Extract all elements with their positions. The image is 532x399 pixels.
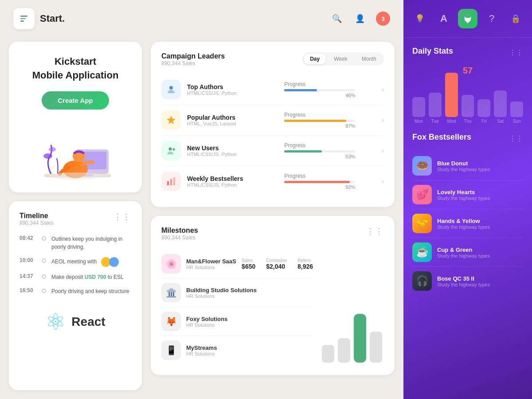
tl-text: Poorly driving and keep structure bbox=[51, 287, 129, 295]
timeline-item: 08:42 Outlines keep you indulging in poo… bbox=[20, 235, 131, 251]
header-left: Start. bbox=[13, 8, 65, 29]
prog-label: Progress bbox=[284, 112, 375, 118]
sidebar-nav-a[interactable]: A bbox=[434, 9, 454, 28]
bs-name: Cup & Green bbox=[437, 246, 490, 253]
row-arrow[interactable]: › bbox=[382, 116, 384, 124]
stat-label-sat: Sat bbox=[497, 119, 504, 124]
row-progress-popular-authors: Progress 87% bbox=[284, 112, 375, 129]
row-name: Weekly Bestsellers bbox=[187, 175, 278, 182]
campaign-row-top-authors: Top Authors HTML/CSS/JS, Python Progress… bbox=[161, 74, 384, 105]
tl-time: 10:00 bbox=[20, 257, 36, 263]
logo-icon bbox=[20, 16, 27, 22]
row-icon-weekly-bestsellers bbox=[161, 172, 181, 191]
row-icon-new-users bbox=[161, 141, 181, 160]
ms-sales-val: $650 bbox=[242, 263, 255, 270]
svg-rect-14 bbox=[167, 181, 169, 185]
ms-sub: HR Solutions bbox=[186, 351, 313, 356]
bestseller-blue-donut: 🍩 Blue Donut Study the highway types bbox=[412, 152, 523, 180]
react-logo: ⚛ React bbox=[20, 301, 131, 337]
daily-stats-title: Daily Stats bbox=[412, 47, 453, 56]
kickstart-title: KickstartMobile Application bbox=[20, 55, 131, 82]
tl-text: AEOL meeting with bbox=[51, 257, 119, 267]
sidebar-nav-question[interactable]: ? bbox=[482, 9, 501, 28]
search-icon[interactable]: 🔍 bbox=[330, 12, 344, 26]
timeline-subtitle: 890,344 Sales bbox=[20, 220, 54, 226]
timeline-options-icon[interactable]: ⋮⋮ bbox=[113, 212, 131, 222]
stat-bar-mon: Mon bbox=[412, 97, 425, 124]
milestone-row-manflower: 🌸 Man&Flower SaaS HR Solutions Sales $65… bbox=[161, 250, 313, 278]
campaign-header: Campaign Leaders 890,344 Sales Day Week … bbox=[161, 52, 384, 73]
bs-info-blue-donut: Blue Donut Study the highway types bbox=[437, 160, 490, 172]
sidebar-nav: 💡 A ? 🔒 bbox=[403, 0, 532, 38]
ms-icon-foxy: 🦊 bbox=[161, 312, 181, 331]
milestones-title: Milestones bbox=[161, 227, 198, 235]
row-arrow[interactable]: › bbox=[382, 86, 384, 94]
notification-badge[interactable]: 3 bbox=[376, 12, 390, 26]
row-tags: HTML/CSS/JS, Python bbox=[187, 152, 278, 157]
bs-name: Hands & Yellow bbox=[437, 218, 490, 224]
tl-dot bbox=[42, 274, 46, 279]
milestones-options-icon[interactable]: ⋮⋮ bbox=[366, 227, 384, 236]
milestone-row-foxy: 🦊 Foxy Solutions HR Solutions bbox=[161, 307, 313, 336]
bs-name: Lovely Hearts bbox=[437, 189, 490, 196]
user-icon[interactable]: 👤 bbox=[353, 12, 367, 26]
create-app-button[interactable]: Create App bbox=[42, 91, 109, 110]
timeline-card: Timeline 890,344 Sales ⋮⋮ 08:42 Outlines… bbox=[9, 201, 142, 390]
header: Start. 🔍 👤 3 bbox=[0, 0, 403, 37]
svg-point-8 bbox=[49, 172, 102, 180]
right-column: Campaign Leaders 890,344 Sales Day Week … bbox=[151, 42, 395, 390]
stat-bar-wed: Wed bbox=[445, 73, 458, 124]
row-info-new-users: New Users HTML/CSS/JS, Python bbox=[187, 145, 278, 157]
sidebar-nav-fox[interactable] bbox=[458, 9, 477, 28]
tl-dot bbox=[42, 236, 46, 241]
milestones-list: 🌸 Man&Flower SaaS HR Solutions Sales $65… bbox=[161, 250, 313, 364]
milestones-header: Milestones 890,344 Sales ⋮⋮ bbox=[161, 227, 384, 247]
bestseller-bose-qc35: 🎧 Bose QC 35 II Study the highway types bbox=[412, 267, 523, 295]
sidebar-nav-bulb[interactable]: 💡 bbox=[410, 9, 430, 28]
row-arrow[interactable]: › bbox=[382, 147, 384, 155]
tab-month[interactable]: Month bbox=[356, 54, 383, 64]
milestone-row-building-studio: 🏛️ Building Studio Solutions HR Solution… bbox=[161, 278, 313, 307]
row-name: New Users bbox=[187, 145, 278, 152]
left-column: KickstartMobile Application Create App bbox=[9, 42, 142, 390]
milestones-content: 🌸 Man&Flower SaaS HR Solutions Sales $65… bbox=[161, 250, 384, 364]
bs-sub: Study the highway types bbox=[437, 224, 490, 230]
ms-bar-3 bbox=[354, 314, 366, 363]
prog-pct: 87% bbox=[284, 123, 355, 129]
ms-refers-col: Refers 8,926 bbox=[297, 258, 313, 270]
prog-bar bbox=[284, 89, 317, 91]
ms-refers-label: Refers bbox=[297, 258, 313, 263]
ms-name: Building Studio Solutions bbox=[186, 287, 313, 293]
svg-rect-15 bbox=[170, 179, 172, 185]
bs-thumb-lovely-hearts: 💕 bbox=[412, 185, 432, 204]
sidebar-nav-lock[interactable]: 🔒 bbox=[506, 9, 525, 28]
campaign-row-new-users: New Users HTML/CSS/JS, Python Progress 5… bbox=[161, 136, 384, 166]
svg-marker-10 bbox=[167, 116, 176, 124]
ms-name: MyStreams bbox=[186, 344, 313, 351]
row-info-weekly-bestsellers: Weekly Bestsellers HTML/CSS/JS, Python bbox=[187, 175, 278, 188]
stat-label-sun: Sun bbox=[513, 119, 521, 124]
sidebar-content: Daily Stats ⋮⋮ 57 Mon Tue Wed Thu bbox=[403, 38, 532, 399]
tl-dot bbox=[42, 258, 46, 263]
prog-label: Progress bbox=[284, 142, 375, 149]
stat-bar-fri: Fri bbox=[477, 99, 490, 124]
ms-icon-mystreams: 📱 bbox=[161, 340, 181, 360]
prog-pct: 53% bbox=[284, 154, 355, 159]
tab-day[interactable]: Day bbox=[304, 54, 326, 64]
timeline-header: Timeline 890,344 Sales ⋮⋮ bbox=[20, 212, 131, 232]
stat-label-tue: Tue bbox=[431, 119, 439, 124]
row-name: Top Authors bbox=[187, 83, 278, 90]
daily-stats-options[interactable]: ⋮⋮ bbox=[509, 48, 523, 57]
prog-label: Progress bbox=[284, 173, 375, 179]
ms-bar-4 bbox=[370, 332, 382, 363]
bs-sub: Study the highway types bbox=[437, 253, 490, 258]
stat-label-mon: Mon bbox=[415, 119, 423, 124]
react-label: React bbox=[71, 315, 105, 329]
tl-dot bbox=[42, 289, 46, 293]
prog-label: Progress bbox=[284, 81, 375, 87]
tab-week[interactable]: Week bbox=[328, 54, 353, 64]
row-arrow[interactable]: › bbox=[382, 177, 384, 185]
kickstart-card: KickstartMobile Application Create App bbox=[9, 42, 142, 192]
ms-commission-col: Comission $2,040 bbox=[266, 258, 287, 270]
fox-bestsellers-options[interactable]: ⋮⋮ bbox=[509, 134, 523, 143]
